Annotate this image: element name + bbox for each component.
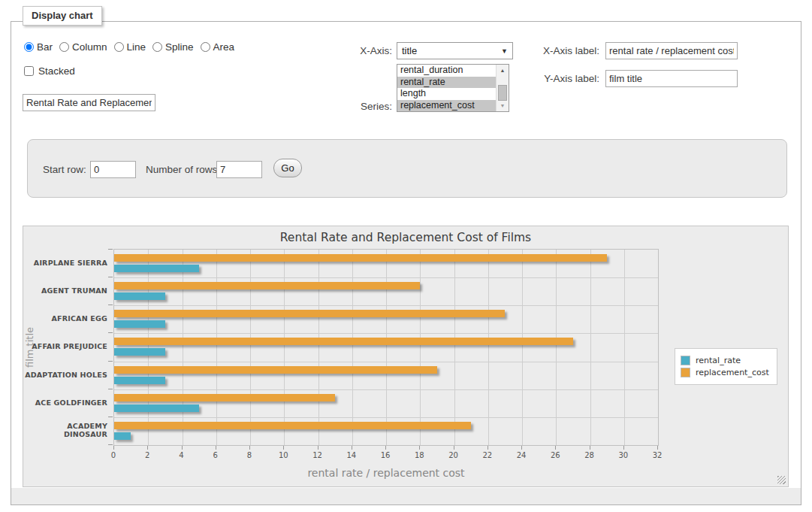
x-tick-mark	[147, 446, 148, 450]
x-axis-select-label: X-Axis:	[331, 45, 392, 56]
y-tick-mark	[108, 332, 113, 333]
chart-type-radio-group: BarColumnLineSplineArea	[24, 41, 241, 53]
chart-type-option-column[interactable]: Column	[59, 41, 107, 53]
bar-rental_rate	[114, 377, 165, 384]
x-tick-mark	[454, 446, 454, 450]
scrollbar-thumb[interactable]	[498, 85, 507, 101]
legend-entry-replacement_cost: replacement_cost	[681, 368, 769, 377]
series-option-replacement_cost[interactable]: replacement_cost	[397, 100, 496, 112]
x-tick-mark	[249, 446, 250, 450]
x-tick-label: 8	[247, 451, 252, 459]
bar-replacement_cost	[114, 310, 505, 317]
chart-title: Rental Rate and Replacement Cost of Film…	[23, 231, 788, 244]
stacked-label: Stacked	[38, 65, 75, 77]
bar-row-african-egg	[114, 305, 658, 333]
num-rows-input[interactable]	[216, 161, 262, 178]
chart-type-option-spline[interactable]: Spline	[152, 41, 194, 53]
y-category-label: AGENT TRUMAN	[23, 277, 107, 304]
y-category-label: AIRPLANE SIERRA	[23, 249, 107, 277]
x-tick-label: 2	[145, 451, 149, 459]
bar-replacement_cost	[114, 338, 573, 345]
chevron-down-icon: ▼	[501, 47, 508, 55]
y-axis-label-input[interactable]	[605, 70, 738, 87]
listbox-scrollbar[interactable]: ▲ ▼	[496, 65, 509, 111]
start-row-input[interactable]	[90, 161, 136, 178]
x-tick-label: 16	[381, 451, 391, 459]
x-tick-mark	[352, 446, 352, 450]
series-option-rental_rate[interactable]: rental_rate	[397, 77, 496, 89]
chart-type-option-bar[interactable]: Bar	[24, 41, 53, 53]
x-tick-mark	[488, 446, 488, 450]
chart-type-radio-line[interactable]	[114, 42, 124, 52]
y-tick-mark	[108, 249, 113, 250]
y-tick-mark	[108, 444, 113, 445]
rows-form-panel: Start row: Number of rows: Go	[27, 139, 787, 198]
footer-strip	[11, 488, 801, 504]
bar-replacement_cost	[114, 254, 607, 262]
x-tick-mark	[521, 446, 522, 450]
x-tick-label: 28	[584, 451, 594, 459]
series-option-rental_duration[interactable]: rental_duration	[397, 65, 496, 77]
bar-rental_rate	[114, 432, 131, 440]
chart-title-input[interactable]	[23, 94, 155, 111]
bar-rental_rate	[114, 404, 199, 412]
chart-type-radio-area[interactable]	[201, 42, 210, 52]
bar-replacement_cost	[114, 394, 335, 401]
x-tick-label: 14	[346, 451, 356, 459]
x-tick-label: 24	[517, 451, 527, 459]
stacked-checkbox[interactable]	[24, 66, 34, 76]
scroll-down-icon[interactable]: ▼	[497, 100, 509, 111]
x-tick-label: 0	[111, 451, 116, 459]
resize-handle-icon[interactable]	[777, 476, 786, 484]
bar-row-affair-prejudice	[114, 333, 658, 361]
x-tick-label: 4	[179, 451, 183, 459]
bar-replacement_cost	[114, 366, 437, 374]
x-axis-label-input[interactable]	[605, 42, 738, 59]
x-tick-mark	[590, 446, 590, 450]
bar-row-academy-dinosaur	[114, 417, 658, 445]
chart-type-radio-column[interactable]	[59, 42, 69, 52]
series-option-length[interactable]: length	[397, 88, 496, 100]
bar-row-airplane-sierra	[114, 250, 658, 277]
bar-rental_rate	[114, 348, 165, 356]
chart-type-option-line[interactable]: Line	[114, 41, 146, 53]
y-category-label: AFRICAN EGG	[23, 304, 107, 332]
y-axis-label-label: Y-Axis label:	[524, 73, 599, 84]
go-button[interactable]: Go	[273, 159, 302, 177]
bar-rental_rate	[114, 320, 165, 328]
y-tick-mark	[108, 277, 113, 277]
y-category-label: AFFAIR PREJUDICE	[23, 332, 107, 360]
legend-entry-rental_rate: rental_rate	[681, 356, 769, 365]
fieldset-legend: Display chart	[23, 6, 102, 26]
bar-replacement_cost	[114, 282, 420, 289]
x-tick-mark	[555, 446, 556, 450]
y-category-label: ACADEMY DINOSAUR	[23, 417, 107, 444]
x-tick-mark	[657, 446, 658, 450]
x-tick-mark	[318, 446, 318, 450]
series-listbox[interactable]: rental_durationrental_ratelengthreplacem…	[397, 64, 509, 112]
x-axis-select[interactable]: title ▼	[397, 42, 513, 59]
x-tick-label: 10	[279, 451, 288, 459]
bar-row-adaptation-holes	[114, 362, 658, 389]
chart-plot-area	[113, 249, 659, 446]
chart-type-option-area[interactable]: Area	[201, 41, 235, 53]
x-tick-label: 6	[213, 451, 218, 459]
series-listbox-label: Series:	[331, 101, 392, 112]
bar-replacement_cost	[114, 422, 471, 429]
legend-swatch	[681, 368, 690, 377]
x-tick-mark	[182, 446, 183, 450]
x-tick-mark	[216, 446, 216, 450]
chart-type-radio-bar[interactable]	[24, 42, 34, 52]
y-category-label: ADAPTATION HOLES	[23, 361, 107, 389]
x-tick-label: 20	[448, 451, 458, 459]
bar-row-agent-truman	[114, 277, 658, 305]
x-axis-selected-value: title	[402, 45, 417, 56]
x-tick-mark	[623, 446, 624, 450]
y-tick-mark	[108, 389, 113, 389]
scroll-up-icon[interactable]: ▲	[497, 65, 509, 76]
chart-legend: rental_ratereplacement_cost	[675, 348, 777, 385]
num-rows-label: Number of rows:	[146, 164, 220, 175]
x-tick-label: 26	[551, 451, 560, 459]
chart-type-radio-spline[interactable]	[152, 42, 162, 52]
y-category-label: ACE GOLDFINGER	[23, 389, 107, 417]
